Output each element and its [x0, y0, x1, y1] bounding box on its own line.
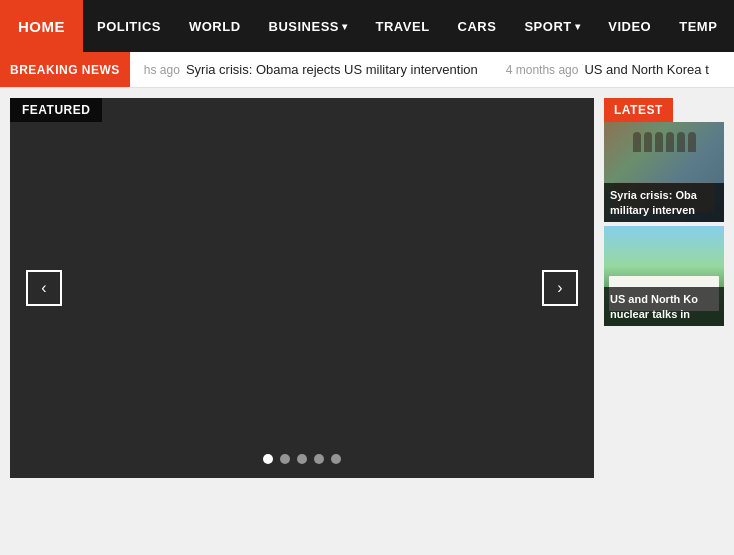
main-nav: HOME POLITICS WORLD BUSINESS ▾ TRAVEL CA…	[0, 0, 734, 52]
people-overlay	[604, 132, 724, 152]
latest-section: LATEST Syria crisis: Oba military interv…	[604, 98, 724, 478]
nav-item-business[interactable]: BUSINESS ▾	[255, 0, 362, 52]
slider-prev-button[interactable]: ‹	[26, 270, 62, 306]
breaking-news-bar: BREAKING NEWS hs ago Syria crisis: Obama…	[0, 52, 734, 88]
sport-dropdown-arrow: ▾	[575, 21, 581, 32]
latest-item-syria[interactable]: Syria crisis: Oba military interven	[604, 122, 724, 222]
slider-dot-5[interactable]	[331, 454, 341, 464]
breaking-item-2[interactable]: 4 months ago US and North Korea t	[492, 62, 723, 77]
person-3	[655, 132, 663, 152]
northkorea-caption: US and North Ko nuclear talks in	[604, 287, 724, 326]
breaking-time-1: hs ago	[144, 63, 180, 77]
slider-dot-1[interactable]	[263, 454, 273, 464]
person-6	[688, 132, 696, 152]
slider-container: FEATURED ‹ ›	[10, 98, 594, 478]
nav-item-politics[interactable]: POLITICS	[83, 0, 175, 52]
nav-item-travel[interactable]: TRAVEL	[362, 0, 444, 52]
business-dropdown-arrow: ▾	[342, 21, 348, 32]
breaking-news-label: BREAKING NEWS	[0, 52, 130, 87]
slider-dot-4[interactable]	[314, 454, 324, 464]
nav-items-list: POLITICS WORLD BUSINESS ▾ TRAVEL CARS SP…	[83, 0, 731, 52]
latest-item-img-northkorea: US and North Ko nuclear talks in	[604, 226, 724, 326]
nav-item-cars[interactable]: CARS	[444, 0, 511, 52]
slider-image	[10, 98, 594, 478]
breaking-item-1[interactable]: hs ago Syria crisis: Obama rejects US mi…	[130, 62, 492, 77]
main-content: FEATURED ‹ › LATEST	[0, 98, 734, 478]
nav-item-video[interactable]: VIDEO	[594, 0, 665, 52]
breaking-time-2: 4 months ago	[506, 63, 579, 77]
person-4	[666, 132, 674, 152]
featured-section: FEATURED ‹ ›	[10, 98, 594, 478]
latest-item-img-syria: Syria crisis: Oba military interven	[604, 122, 724, 222]
slider-next-button[interactable]: ›	[542, 270, 578, 306]
slider-dot-3[interactable]	[297, 454, 307, 464]
featured-label: FEATURED	[10, 98, 102, 122]
home-nav-item[interactable]: HOME	[0, 0, 83, 52]
latest-item-northkorea[interactable]: US and North Ko nuclear talks in	[604, 226, 724, 326]
slider-dot-2[interactable]	[280, 454, 290, 464]
slider-dots	[263, 454, 341, 464]
breaking-text-2: US and North Korea t	[584, 62, 708, 77]
person-2	[644, 132, 652, 152]
syria-caption: Syria crisis: Oba military interven	[604, 183, 724, 222]
breaking-text-1: Syria crisis: Obama rejects US military …	[186, 62, 478, 77]
latest-label: LATEST	[604, 98, 673, 122]
nav-item-temp[interactable]: TEMP	[665, 0, 731, 52]
nav-item-sport[interactable]: SPORT ▾	[510, 0, 594, 52]
nav-item-world[interactable]: WORLD	[175, 0, 255, 52]
person-1	[633, 132, 641, 152]
person-5	[677, 132, 685, 152]
